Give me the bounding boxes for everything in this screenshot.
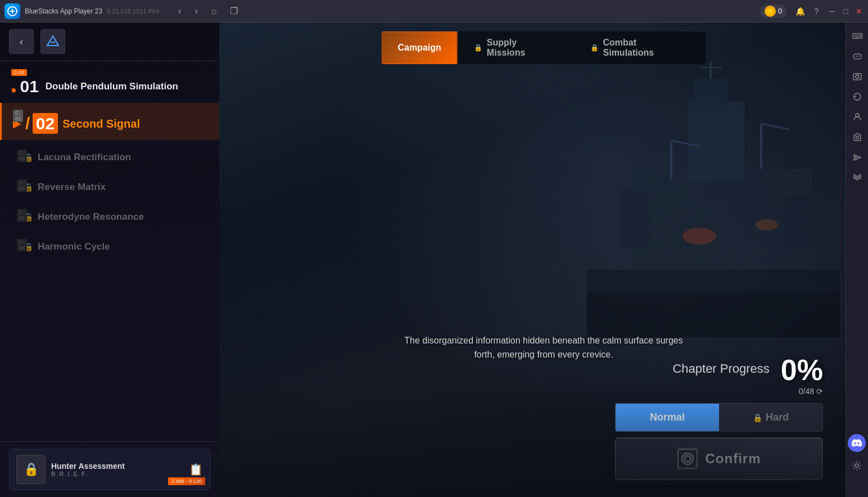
window-controls: ─ □ ✕ bbox=[828, 7, 864, 16]
game-nav: Campaign 🔒 Supply Missions 🔒 Combat Simu… bbox=[382, 31, 706, 64]
sidebar-tool-gamepad[interactable] bbox=[848, 47, 866, 65]
assessment-subtitle: B.R.I.E.F. bbox=[51, 471, 183, 477]
tab-supply[interactable]: 🔒 Supply Missions bbox=[458, 31, 574, 64]
svg-rect-22 bbox=[853, 74, 861, 80]
minimize-btn[interactable]: ─ bbox=[828, 7, 837, 16]
close-btn[interactable]: ✕ bbox=[855, 7, 864, 16]
right-panel: Campaign 🔒 Supply Missions 🔒 Combat Simu… bbox=[219, 22, 868, 497]
panel-header: ‹ bbox=[0, 22, 219, 61]
progress-count: 0/48 bbox=[799, 387, 814, 396]
sidebar-tool-screenshot[interactable] bbox=[848, 67, 866, 85]
svg-point-17 bbox=[685, 456, 690, 462]
chapter-item-05[interactable]: C-05 🔒 Heterodyne Resonance bbox=[0, 200, 219, 230]
chapter-number-01: 01 bbox=[20, 77, 38, 96]
titlebar-nav: ‹ › ⌂ ❐ bbox=[175, 4, 241, 17]
drive-icon bbox=[46, 35, 60, 48]
discord-button[interactable] bbox=[848, 434, 866, 452]
notification-icon[interactable]: 🔔 bbox=[795, 7, 805, 16]
chapter-label-02: C-02 bbox=[13, 110, 23, 122]
difficulty-row: Normal 🔒 Hard bbox=[615, 403, 823, 432]
hard-difficulty-btn[interactable]: 🔒 Hard bbox=[719, 404, 822, 431]
progress-arrow-icon: ⟳ bbox=[816, 387, 823, 396]
lock-icon-assessment: 🔒 bbox=[24, 462, 39, 477]
chapter-number-02: 02 bbox=[33, 113, 58, 134]
settings-button[interactable] bbox=[848, 457, 866, 475]
nav-tabs-btn[interactable]: ❐ bbox=[227, 4, 241, 17]
progress-label: Chapter Progress bbox=[672, 362, 769, 376]
sidebar-tool-camera[interactable] bbox=[848, 128, 866, 146]
assessment-card[interactable]: 🔒 Hunter Assessment B.R.I.E.F. 📋 // 066 … bbox=[9, 449, 210, 490]
chapter-slash-02: / bbox=[25, 114, 30, 133]
assessment-icon-box: 🔒 bbox=[16, 455, 46, 484]
chapter-title-02: Second Signal bbox=[62, 118, 140, 130]
svg-rect-10 bbox=[621, 191, 649, 247]
normal-label: Normal bbox=[650, 412, 685, 423]
svg-point-27 bbox=[855, 464, 858, 467]
sidebar-tool-keyboard[interactable]: ⌨ bbox=[848, 27, 866, 45]
nav-back-btn[interactable]: ‹ bbox=[175, 5, 184, 17]
combat-label: Combat Simulations bbox=[603, 38, 690, 58]
assessment-badge: // 066 - 0-130 bbox=[168, 477, 205, 485]
svg-rect-2 bbox=[688, 101, 744, 180]
chapter-title-04: Reverse Matrix bbox=[38, 182, 106, 193]
drive-button[interactable] bbox=[40, 29, 65, 54]
left-panel: ‹ C-01 ⬟ 01 bbox=[0, 22, 219, 497]
game-controls: Normal 🔒 Hard bbox=[615, 403, 823, 480]
app-logo bbox=[4, 3, 20, 19]
chapter-label-06: C-06 bbox=[17, 239, 27, 251]
normal-difficulty-btn[interactable]: Normal bbox=[616, 404, 719, 431]
back-button[interactable]: ‹ bbox=[9, 29, 34, 54]
tab-combat[interactable]: 🔒 Combat Simulations bbox=[574, 31, 706, 64]
nav-forward-btn[interactable]: › bbox=[191, 5, 201, 17]
confirm-button[interactable]: Confirm bbox=[615, 437, 823, 480]
chapter-title-06: Harmonic Cycle bbox=[38, 241, 110, 252]
bottom-card: 🔒 Hunter Assessment B.R.I.E.F. 📋 // 066 … bbox=[0, 441, 219, 497]
progress-value: 0% bbox=[781, 353, 823, 387]
clipboard-icon: 📋 bbox=[189, 463, 203, 476]
svg-rect-11 bbox=[784, 197, 817, 247]
svg-point-21 bbox=[858, 56, 859, 57]
assessment-info: Hunter Assessment B.R.I.E.F. bbox=[51, 462, 183, 477]
confirm-label: Confirm bbox=[706, 451, 761, 467]
chapter-label-04: C-04 bbox=[17, 179, 27, 192]
titlebar-right: 0 🔔 ? ─ □ ✕ bbox=[760, 4, 864, 18]
sidebar-tool-person[interactable] bbox=[848, 108, 866, 126]
tab-campaign[interactable]: Campaign bbox=[382, 31, 458, 64]
sidebar-tool-plane[interactable] bbox=[848, 148, 866, 166]
svg-point-26 bbox=[856, 136, 858, 139]
coin-display: 0 bbox=[760, 4, 786, 18]
combat-lock-icon: 🔒 bbox=[590, 44, 599, 52]
svg-line-9 bbox=[761, 124, 789, 129]
campaign-label: Campaign bbox=[398, 43, 441, 53]
svg-point-12 bbox=[682, 228, 716, 245]
svg-point-23 bbox=[856, 75, 859, 79]
help-icon[interactable]: ? bbox=[814, 7, 819, 16]
svg-rect-3 bbox=[694, 79, 727, 112]
titlebar-left: BlueStacks App Player 23 5.21.615.1011 P… bbox=[4, 3, 241, 19]
energy-icon-01: ⬟ bbox=[11, 87, 16, 93]
sidebar-tool-refresh[interactable] bbox=[848, 88, 866, 106]
chapter-label-01: C-01 bbox=[11, 69, 27, 76]
back-arrow-icon: ‹ bbox=[20, 36, 23, 48]
svg-rect-15 bbox=[587, 292, 840, 337]
chapter-label-05: C-05 bbox=[17, 209, 27, 222]
game-area: ‹ C-01 ⬟ 01 bbox=[0, 22, 868, 497]
coin-count: 0 bbox=[778, 7, 782, 15]
chapter-item-02[interactable]: C-02 ▶ / 02 Second Signal bbox=[0, 103, 219, 140]
svg-rect-24 bbox=[856, 73, 859, 74]
chapter-list: C-01 ⬟ 01 Double Pendulum Simulation C-0… bbox=[0, 61, 219, 441]
svg-point-25 bbox=[856, 114, 859, 117]
chapter-item-03[interactable]: C-03 🔒 Lacuna Rectification bbox=[0, 140, 219, 170]
chapter-item-06[interactable]: C-06 🔒 Harmonic Cycle bbox=[0, 230, 219, 259]
svg-point-16 bbox=[682, 453, 693, 464]
sidebar-tool-layers[interactable] bbox=[848, 169, 866, 187]
chapter-item-01[interactable]: C-01 ⬟ 01 Double Pendulum Simulation bbox=[0, 66, 219, 103]
game-background: Campaign 🔒 Supply Missions 🔒 Combat Simu… bbox=[219, 22, 868, 497]
description-line2: forth, emerging from every crevice. bbox=[474, 350, 613, 359]
maximize-btn[interactable]: □ bbox=[841, 7, 850, 16]
progress-sub: 0/48 ⟳ bbox=[672, 387, 823, 396]
svg-rect-18 bbox=[853, 54, 861, 59]
chapter-title-05: Heterodyne Resonance bbox=[38, 211, 144, 223]
nav-home-btn[interactable]: ⌂ bbox=[208, 5, 220, 17]
chapter-item-04[interactable]: C-04 🔒 Reverse Matrix bbox=[0, 170, 219, 200]
